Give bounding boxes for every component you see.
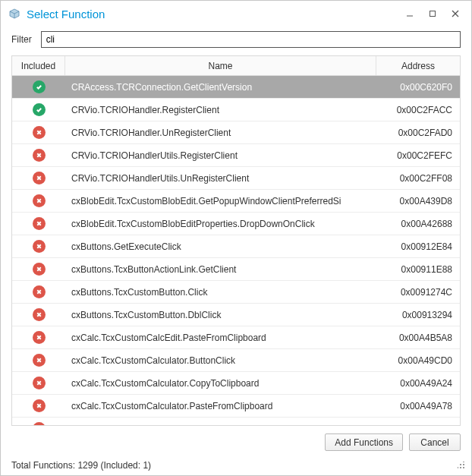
title-bar: Select Function [1, 1, 471, 27]
included-cell[interactable] [12, 172, 65, 184]
dialog-buttons: Add Functions Cancel [1, 426, 471, 457]
resize-grip[interactable] [456, 460, 467, 471]
add-functions-button[interactable]: Add Functions [325, 433, 403, 451]
address-cell: 0x00A49A78 [376, 401, 460, 411]
name-cell: cxCalc.TcxCustomCalculator.CopyToClipboa… [65, 378, 376, 389]
included-cell[interactable] [12, 308, 65, 321]
included-cell[interactable] [12, 217, 65, 230]
name-cell: CRVio.TCRIOHandler.RegisterClient [65, 105, 376, 115]
close-button[interactable] [444, 5, 467, 22]
grid-body[interactable]: CRAccess.TCRConnection.GetClientVersion0… [12, 76, 460, 425]
included-cell[interactable] [12, 194, 65, 207]
status-text: Total Functions: 1299 (Included: 1) [11, 460, 151, 471]
table-row[interactable]: cxBlobEdit.TcxCustomBlobEditProperties.D… [12, 213, 460, 235]
name-cell: CRAccess.TCRConnection.GetClientVersion [65, 82, 376, 93]
included-cell[interactable] [12, 80, 65, 93]
table-row[interactable]: CRVio.TCRIOHandlerUtils.RegisterClient0x… [12, 144, 460, 167]
filter-label: Filter [11, 34, 35, 45]
app-icon [8, 8, 20, 20]
address-cell: 0x00C2FF08 [376, 173, 460, 184]
included-cell[interactable] [12, 377, 65, 389]
table-row[interactable]: cxCalc.TcxCustomCalcEdit.PasteFromClipbo… [12, 326, 460, 349]
table-row[interactable]: cxButtons.TcxCustomButton.DblClick0x0091… [12, 304, 460, 326]
svg-rect-3 [430, 11, 436, 17]
address-cell: 0x00A2FB48 [376, 424, 460, 426]
table-row[interactable]: CRAccess.TCRConnection.GetClientVersion0… [12, 76, 460, 99]
column-header-included[interactable]: Included [12, 56, 65, 75]
address-cell: 0x00A4B5A8 [376, 333, 460, 343]
name-cell: cxButtons.TcxCustomButton.DblClick [65, 310, 376, 320]
address-cell: 0x00C2FAD0 [376, 128, 460, 138]
table-row[interactable]: cxButtons.TcxCustomButton.Click0x0091274… [12, 281, 460, 304]
name-cell: cxCalc.TcxCustomCalcEdit.PasteFromClipbo… [65, 333, 376, 343]
included-cell[interactable] [12, 263, 65, 276]
maximize-button[interactable] [421, 5, 444, 22]
address-cell: 0x00A49CD0 [376, 355, 460, 366]
filter-row: Filter [1, 27, 471, 55]
cross-icon [33, 308, 46, 321]
included-cell[interactable] [12, 399, 65, 412]
name-cell: CRVio.TCRIOHandlerUtils.RegisterClient [65, 150, 376, 161]
cross-icon [33, 331, 46, 344]
name-cell: cxBlobEdit.TcxCustomBlobEditProperties.D… [65, 219, 376, 229]
cross-icon [33, 354, 46, 367]
included-cell[interactable] [12, 103, 65, 116]
check-icon [33, 80, 46, 93]
table-row[interactable]: cxCalc.TcxCustomCalculator.CopyToClipboa… [12, 372, 460, 395]
address-cell: 0x00A49A24 [376, 378, 460, 389]
status-bar: Total Functions: 1299 (Included: 1) [1, 457, 471, 475]
cross-icon [33, 217, 46, 230]
address-cell: 0x00C620F0 [376, 82, 460, 93]
table-row[interactable]: cxBlobEdit.TcxCustomBlobEdit.GetPopupWin… [12, 190, 460, 213]
cross-icon [33, 126, 46, 139]
address-cell: 0x00912E84 [376, 241, 460, 252]
cross-icon [33, 263, 46, 276]
dialog-window: Select Function Filter Included Name Add… [0, 0, 472, 476]
name-cell: cxButtons.TcxCustomButton.Click [65, 287, 376, 298]
name-cell: cxCalendar.TcxCalendarController.DblClic… [65, 424, 376, 426]
cross-icon [33, 149, 46, 162]
included-cell[interactable] [12, 422, 65, 425]
name-cell: cxCalc.TcxCustomCalculator.PasteFromClip… [65, 401, 376, 411]
address-cell: 0x00913294 [376, 310, 460, 320]
table-row[interactable]: CRVio.TCRIOHandler.RegisterClient0x00C2F… [12, 99, 460, 121]
check-icon [33, 103, 46, 116]
included-cell[interactable] [12, 331, 65, 344]
name-cell: CRVio.TCRIOHandler.UnRegisterClient [65, 128, 376, 138]
window-controls [398, 5, 467, 22]
address-cell: 0x0091274C [376, 287, 460, 298]
table-row[interactable]: cxCalc.TcxCustomCalculator.ButtonClick0x… [12, 349, 460, 372]
included-cell[interactable] [12, 285, 65, 298]
name-cell: cxBlobEdit.TcxCustomBlobEdit.GetPopupWin… [65, 196, 376, 206]
cross-icon [33, 285, 46, 298]
function-grid: Included Name Address CRAccess.TCRConnec… [11, 55, 461, 426]
address-cell: 0x00A42688 [376, 219, 460, 229]
minimize-button[interactable] [398, 5, 421, 22]
table-row[interactable]: CRVio.TCRIOHandlerUtils.UnRegisterClient… [12, 167, 460, 190]
table-row[interactable]: cxCalc.TcxCustomCalculator.PasteFromClip… [12, 395, 460, 418]
table-row[interactable]: CRVio.TCRIOHandler.UnRegisterClient0x00C… [12, 121, 460, 144]
cross-icon [33, 194, 46, 207]
name-cell: cxButtons.TcxButtonActionLink.GetClient [65, 264, 376, 275]
included-cell[interactable] [12, 126, 65, 139]
included-cell[interactable] [12, 149, 65, 162]
cross-icon [33, 399, 46, 412]
included-cell[interactable] [12, 240, 65, 253]
column-header-name[interactable]: Name [65, 56, 376, 75]
address-cell: 0x00911E88 [376, 264, 460, 275]
cancel-button[interactable]: Cancel [409, 433, 461, 451]
column-header-address[interactable]: Address [376, 56, 460, 75]
cross-icon [33, 377, 46, 389]
table-row[interactable]: cxButtons.GetExecuteClick0x00912E84 [12, 235, 460, 258]
table-row[interactable]: cxCalendar.TcxCalendarController.DblClic… [12, 418, 460, 425]
address-cell: 0x00C2FACC [376, 105, 460, 115]
window-title: Select Function [27, 8, 398, 20]
included-cell[interactable] [12, 354, 65, 367]
grid-header: Included Name Address [12, 56, 460, 76]
cross-icon [33, 240, 46, 253]
table-row[interactable]: cxButtons.TcxButtonActionLink.GetClient0… [12, 258, 460, 281]
cross-icon [33, 422, 46, 425]
filter-input[interactable] [41, 31, 461, 48]
name-cell: cxButtons.GetExecuteClick [65, 241, 376, 252]
address-cell: 0x00C2FEFC [376, 150, 460, 161]
